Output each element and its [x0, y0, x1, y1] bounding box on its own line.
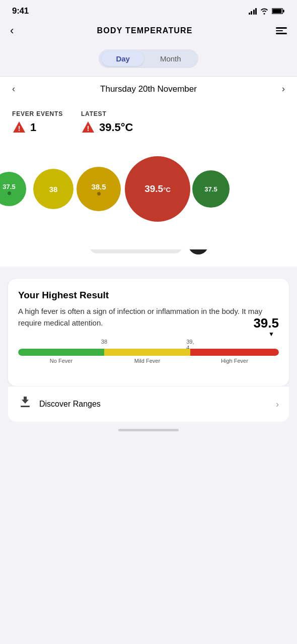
high-fever-segment	[190, 349, 279, 356]
status-icons	[249, 8, 285, 15]
svg-text:!: !	[87, 124, 90, 133]
discover-ranges-row[interactable]: Discover Ranges ›	[8, 386, 289, 422]
stats-row: FEVER EVENTS ! 1 LATEST ! 39.5°C	[0, 101, 297, 139]
fever-segment-labels: No Fever Mild Fever High Fever	[18, 358, 279, 364]
bubble-3[interactable]: 38.5	[77, 167, 121, 211]
svg-rect-2	[272, 9, 281, 13]
bubble-1[interactable]: 37.5	[0, 172, 26, 206]
bubble-4-main[interactable]: 39.5°C	[125, 156, 190, 222]
date-nav: ‹ Thursday 20th November ›	[0, 77, 297, 101]
card-title: Your Highest Result	[18, 290, 279, 301]
menu-button[interactable]	[276, 27, 287, 34]
fever-events-label: FEVER EVENTS	[12, 110, 63, 117]
bubbles-container: 37.5 38 38.5 39.5°C 37.5	[0, 149, 297, 229]
next-date-button[interactable]: ›	[282, 84, 285, 94]
fever-events-stat: FEVER EVENTS ! 1	[12, 110, 63, 135]
latest-label: LATEST	[81, 110, 133, 117]
bubble-dot-1	[8, 191, 11, 195]
info-card: Your Highest Result A high fever is ofte…	[8, 279, 289, 386]
nav-bar: ‹ BODY TEMPERATURE	[0, 18, 297, 44]
svg-marker-8	[22, 397, 29, 404]
mild-fever-segment	[104, 349, 190, 356]
highest-value-label: 39.5	[253, 315, 279, 331]
status-bar: 9:41	[0, 0, 297, 18]
threshold-labels: 38 39,4	[18, 339, 279, 349]
svg-rect-7	[21, 406, 30, 407]
no-fever-label: No Fever	[18, 358, 104, 364]
status-time: 9:41	[12, 6, 29, 16]
svg-text:!: !	[18, 124, 21, 133]
page-title: BODY TEMPERATURE	[97, 26, 193, 35]
latest-temp: 39.5°C	[99, 121, 133, 134]
current-date: Thursday 20th November	[100, 84, 197, 94]
value-arrow: ▼	[264, 331, 279, 338]
latest-stat: LATEST ! 39.5°C	[81, 110, 133, 135]
prev-date-button[interactable]: ‹	[12, 84, 15, 94]
fever-events-icon: !	[12, 120, 26, 135]
no-fever-segment	[18, 349, 104, 356]
download-icon	[18, 396, 32, 410]
bubble-chart: 37.5 38 38.5 39.5°C 37.5	[0, 139, 297, 249]
svg-rect-1	[283, 10, 284, 12]
month-tab[interactable]: Month	[146, 51, 195, 66]
discover-icon	[18, 396, 32, 413]
fever-bar	[18, 349, 279, 356]
home-bar	[118, 429, 179, 431]
day-tab[interactable]: Day	[102, 51, 144, 66]
wifi-icon	[260, 8, 269, 15]
discover-label: Discover Ranges	[39, 400, 101, 409]
mild-fever-label: Mild Fever	[104, 358, 190, 364]
latest-icon: !	[81, 120, 95, 135]
bubble-5[interactable]: 37.5	[192, 170, 230, 208]
home-indicator	[0, 422, 297, 435]
bubble-dot-3	[97, 192, 101, 196]
high-fever-label: High Fever	[190, 358, 279, 364]
card-description: A high fever is often a sign of infectio…	[18, 306, 279, 329]
battery-icon	[272, 8, 285, 15]
view-toggle: Day Month	[99, 49, 198, 68]
bubble-2[interactable]: 38	[33, 169, 73, 209]
signal-icon	[249, 8, 257, 15]
discover-arrow-icon: ›	[276, 399, 279, 410]
fever-count: 1	[30, 121, 36, 134]
toggle-container: Day Month	[0, 44, 297, 76]
threshold-38: 38	[101, 339, 107, 345]
fever-scale: 39.5 ▼ 38 39,4 No Fever Mild Fever High …	[18, 339, 279, 364]
back-button[interactable]: ‹	[10, 24, 14, 37]
